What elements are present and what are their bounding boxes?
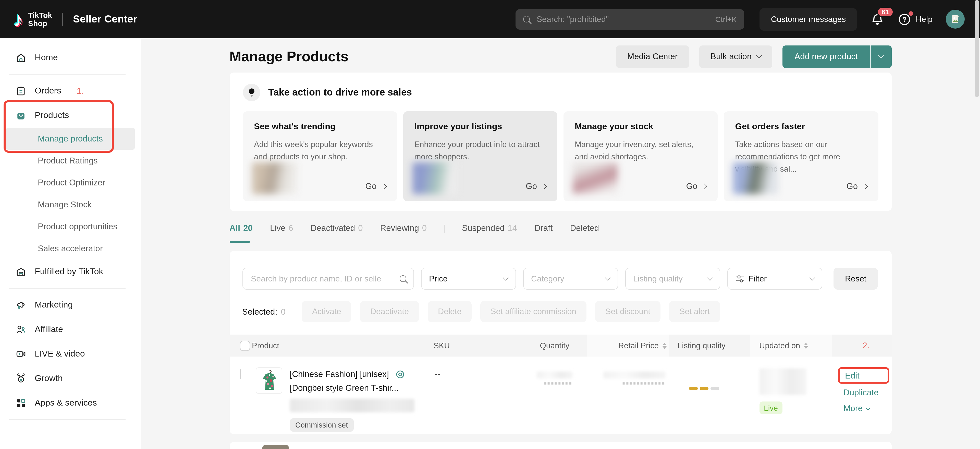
orders-icon	[15, 85, 27, 97]
listing-quality-filter-select[interactable]: Listing quality	[625, 268, 720, 290]
chevron-down-icon	[503, 275, 509, 281]
products-panel: Price Category Listing quality	[229, 251, 891, 434]
sidebar-item-manage-stock[interactable]: Manage Stock	[0, 193, 141, 216]
column-retail-price[interactable]: Retail Price	[587, 335, 668, 356]
page-title: Manage Products	[229, 48, 348, 65]
edit-link[interactable]: Edit	[845, 371, 859, 380]
deactivate-button[interactable]: Deactivate	[360, 301, 419, 322]
add-new-product-split-button: Add new product	[782, 45, 891, 68]
global-search-input[interactable]	[536, 14, 710, 24]
blurred-thumbnail	[252, 163, 297, 194]
column-updated-on[interactable]: Updated on	[750, 335, 832, 356]
selected-label: Selected:0	[242, 307, 286, 316]
sidebar-item-growth[interactable]: Growth	[0, 366, 141, 391]
search-shortcut: Ctrl+K	[715, 15, 737, 24]
duplicate-link[interactable]: Duplicate	[843, 385, 891, 399]
sidebar-item-product-opportunities[interactable]: Product opportunities	[0, 216, 141, 238]
search-icon	[399, 275, 406, 282]
column-sku: SKU	[434, 341, 515, 350]
set-alert-button[interactable]: Set alert	[669, 301, 720, 322]
product-title-line1: [Chinese Fashion] [unisex]	[290, 367, 389, 381]
sidebar-item-live-video[interactable]: LIVE & video	[0, 342, 141, 366]
price-filter-select[interactable]: Price	[421, 268, 516, 290]
reset-button[interactable]: Reset	[833, 268, 878, 290]
app-title: Seller Center	[73, 13, 137, 25]
chevron-down-icon	[878, 53, 884, 59]
select-all-checkbox[interactable]	[240, 340, 250, 351]
product-search-input[interactable]	[250, 273, 395, 284]
tab-live[interactable]: Live6	[270, 223, 293, 243]
sidebar-item-products[interactable]: Products	[0, 103, 141, 128]
banner-card-manage-stock: Manage your stock Manage your inventory,…	[563, 111, 718, 201]
delete-button[interactable]: Delete	[428, 301, 472, 322]
commission-set-tag: Commission set	[290, 419, 353, 431]
set-affiliate-commission-button[interactable]: Set affiliate commission	[480, 301, 587, 322]
preview-icon[interactable]	[395, 369, 405, 379]
sidebar-item-orders[interactable]: Orders 1.	[0, 79, 141, 103]
media-center-button[interactable]: Media Center	[616, 45, 689, 68]
customer-messages-button[interactable]: Customer messages	[760, 8, 857, 30]
go-link[interactable]: Go	[686, 181, 706, 191]
tab-separator	[444, 225, 445, 233]
chevron-down-icon	[605, 275, 611, 281]
column-product: Product	[252, 341, 434, 350]
notifications-button[interactable]: 61	[870, 12, 885, 26]
sort-icon	[662, 342, 667, 348]
tiktok-shop-logo[interactable]: ♪ TikTok Shop	[13, 9, 52, 29]
chevron-right-icon	[541, 184, 547, 189]
filter-select[interactable]: Filter	[727, 268, 822, 290]
sidebar-item-marketing[interactable]: Marketing	[0, 293, 141, 317]
sidebar-nav: Home Orders 1.	[0, 38, 141, 449]
chevron-right-icon	[702, 184, 708, 189]
bulk-action-button[interactable]: Bulk action	[699, 45, 772, 68]
sidebar-item-apps-services[interactable]: Apps & services	[0, 391, 141, 415]
quality-bar-filled	[689, 387, 697, 390]
go-link[interactable]: Go	[846, 181, 867, 191]
row-checkbox[interactable]	[240, 369, 241, 379]
sidebar-item-home[interactable]: Home	[0, 45, 141, 70]
page-scrollbar-thumb[interactable]	[975, 0, 979, 97]
sidebar-item-affiliate[interactable]: Affiliate	[0, 317, 141, 342]
tab-suspended[interactable]: Suspended14	[462, 223, 517, 243]
quality-bar-filled	[700, 387, 708, 390]
sidebar-item-fulfilled-by-tiktok[interactable]: Fulfilled by TikTok	[0, 259, 141, 284]
tab-deleted[interactable]: Deleted	[570, 223, 599, 243]
sort-icon	[803, 342, 808, 348]
go-link[interactable]: Go	[365, 181, 386, 191]
product-search-field[interactable]	[242, 268, 414, 290]
help-button[interactable]: ? Help	[898, 13, 932, 26]
tiktok-note-icon: ♪	[13, 9, 24, 29]
category-filter-select[interactable]: Category	[523, 268, 618, 290]
row-actions: Edit Duplicate More	[832, 367, 891, 415]
updated-on-cell: Live	[750, 367, 832, 414]
set-discount-button[interactable]: Set discount	[595, 301, 660, 322]
home-icon	[15, 52, 27, 63]
global-search[interactable]: Ctrl+K	[516, 9, 745, 29]
sidebar-item-product-optimizer[interactable]: Product Optimizer	[0, 172, 141, 193]
chevron-down-icon	[707, 275, 713, 281]
tab-reviewing[interactable]: Reviewing0	[380, 223, 427, 243]
activate-button[interactable]: Activate	[302, 301, 352, 322]
status-tabs: All20 Live6 Deactivated0 Reviewing0 Susp…	[229, 211, 891, 251]
more-link[interactable]: More	[843, 401, 891, 415]
drive-sales-banner: Take action to drive more sales See what…	[229, 72, 891, 211]
product-image-partial	[262, 445, 289, 449]
sidebar-item-manage-products[interactable]: Manage products	[6, 128, 135, 150]
annotation-step-1: 1.	[76, 86, 84, 96]
sidebar-item-product-ratings[interactable]: Product Ratings	[0, 150, 141, 172]
tab-draft[interactable]: Draft	[535, 223, 553, 243]
top-header: ♪ TikTok Shop Seller Center Ctrl+K Custo…	[0, 0, 980, 38]
listing-quality-cell	[668, 367, 750, 390]
banner-card-improve-listings: Improve your listings Enhance your produ…	[403, 111, 558, 201]
sidebar-item-sales-accelerator[interactable]: Sales accelerator	[0, 238, 141, 259]
add-new-product-button[interactable]: Add new product	[782, 45, 870, 68]
account-avatar[interactable]	[946, 10, 965, 29]
add-new-product-caret[interactable]	[870, 45, 891, 68]
column-actions: 2.	[832, 340, 891, 351]
go-link[interactable]: Go	[526, 181, 546, 191]
tab-deactivated[interactable]: Deactivated0	[310, 223, 363, 243]
tab-all[interactable]: All20	[229, 223, 253, 243]
main-content: Manage Products Media Center Bulk action…	[141, 38, 980, 449]
banner-card-trending: See what's trending Add this week's popu…	[243, 111, 397, 201]
annotation-box-edit: Edit	[838, 367, 889, 383]
